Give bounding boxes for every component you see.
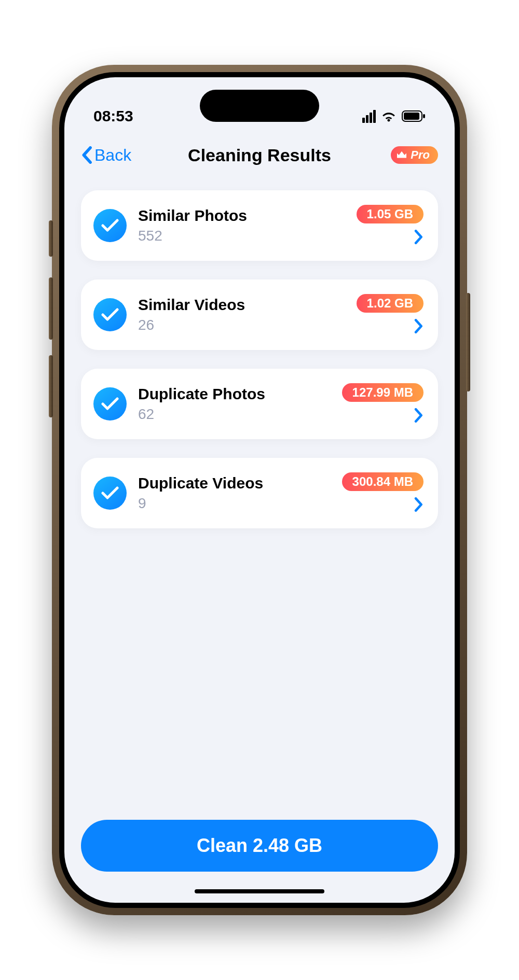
home-indicator[interactable]: [195, 889, 324, 893]
chevron-left-icon: [81, 146, 92, 164]
card-title: Duplicate Photos: [138, 385, 342, 403]
clean-label: Clean 2.48 GB: [197, 835, 322, 857]
card-count: 9: [138, 495, 342, 512]
pro-badge[interactable]: Pro: [391, 146, 438, 164]
card-duplicate-photos[interactable]: Duplicate Photos 62 127.99 MB: [81, 369, 438, 439]
back-button[interactable]: Back: [81, 146, 131, 165]
card-title: Duplicate Videos: [138, 474, 342, 492]
wifi-icon: [381, 110, 397, 122]
phone-frame: 08:53 Back: [52, 65, 467, 915]
chevron-right-icon: [414, 408, 424, 425]
mute-switch[interactable]: [49, 220, 53, 257]
nav-bar: Back Cleaning Results Pro: [64, 134, 455, 176]
card-duplicate-videos[interactable]: Duplicate Videos 9 300.84 MB: [81, 458, 438, 528]
card-count: 26: [138, 317, 357, 333]
card-count: 552: [138, 228, 357, 244]
cellular-icon: [362, 110, 376, 123]
crown-icon: [396, 150, 407, 160]
check-icon[interactable]: [93, 209, 127, 242]
screen: 08:53 Back: [64, 77, 455, 903]
pro-label: Pro: [411, 148, 430, 162]
check-icon[interactable]: [93, 387, 127, 421]
card-title: Similar Photos: [138, 207, 357, 225]
chevron-right-icon: [414, 230, 424, 246]
status-time: 08:53: [93, 107, 133, 125]
volume-down-button[interactable]: [49, 355, 53, 417]
check-icon[interactable]: [93, 298, 127, 331]
volume-up-button[interactable]: [49, 277, 53, 340]
card-similar-videos[interactable]: Similar Videos 26 1.02 GB: [81, 279, 438, 350]
size-badge: 1.05 GB: [357, 205, 424, 223]
back-label: Back: [94, 146, 131, 165]
chevron-right-icon: [414, 497, 424, 514]
card-similar-photos[interactable]: Similar Photos 552 1.05 GB: [81, 190, 438, 261]
size-badge: 300.84 MB: [342, 472, 424, 491]
svg-rect-1: [404, 113, 419, 120]
svg-rect-2: [423, 114, 425, 118]
battery-icon: [402, 110, 426, 122]
check-icon[interactable]: [93, 477, 127, 510]
card-title: Similar Videos: [138, 296, 357, 314]
card-count: 62: [138, 406, 342, 423]
results-list: Similar Photos 552 1.05 GB: [64, 176, 455, 820]
chevron-right-icon: [414, 319, 424, 335]
clean-button[interactable]: Clean 2.48 GB: [81, 820, 438, 872]
size-badge: 1.02 GB: [357, 294, 424, 313]
page-title: Cleaning Results: [188, 145, 331, 165]
power-button[interactable]: [466, 293, 470, 391]
dynamic-island: [200, 90, 319, 122]
size-badge: 127.99 MB: [342, 383, 424, 402]
